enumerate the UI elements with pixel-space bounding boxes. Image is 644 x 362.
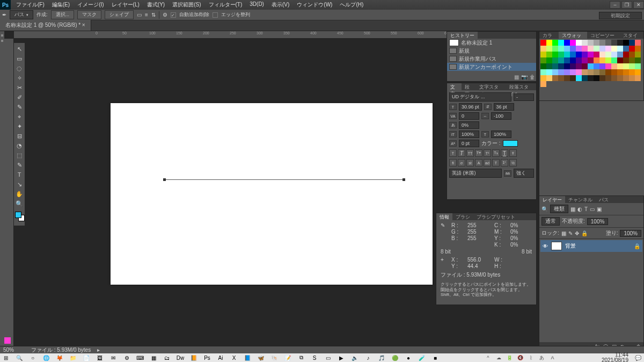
swatch-color[interactable]	[617, 69, 623, 75]
create-document-icon[interactable]: ▦	[514, 74, 519, 80]
swatch-color[interactable]	[582, 57, 588, 63]
smallcaps-button[interactable]: Tᴛ	[475, 149, 482, 157]
swatch-color[interactable]	[546, 40, 552, 46]
taskbar-app[interactable]: 📄	[83, 354, 90, 361]
swatch-color[interactable]	[546, 63, 552, 69]
tracking-input[interactable]: -100	[491, 112, 511, 120]
swatch-color[interactable]	[582, 75, 588, 81]
swatch-color[interactable]	[629, 57, 635, 63]
swatch-color[interactable]	[635, 46, 641, 52]
menu-item[interactable]: ウィンドウ(W)	[294, 0, 335, 10]
swatch-color[interactable]	[599, 75, 605, 81]
taskbar-app[interactable]: ⌨	[136, 354, 144, 361]
panel-tab[interactable]: コピーソース	[587, 32, 620, 39]
opacity-input[interactable]: 100%	[587, 218, 609, 225]
tool-button[interactable]: ✎	[14, 102, 24, 112]
panel-tab[interactable]: ブラシプリセット	[473, 213, 518, 220]
swatch-color[interactable]	[623, 46, 629, 52]
swatch-color[interactable]	[552, 52, 558, 57]
opentype-o[interactable]: σ	[458, 159, 465, 166]
panel-tab[interactable]: レイヤー	[539, 196, 565, 203]
swatch-color[interactable]	[564, 40, 570, 46]
panel-tab[interactable]: パス	[596, 196, 612, 203]
lock-position-icon[interactable]: ✥	[575, 230, 579, 236]
tool-button[interactable]: T	[14, 170, 24, 179]
swatch-color[interactable]	[546, 69, 552, 75]
font-size-input[interactable]: 30.96 pt	[459, 103, 482, 111]
swatch-color[interactable]	[617, 40, 623, 46]
taskbar-app[interactable]: 📁	[69, 354, 77, 361]
swatch-color[interactable]	[635, 52, 641, 57]
anchor-point[interactable]	[163, 178, 166, 181]
clock[interactable]: 11:442021/08/19	[602, 352, 628, 362]
taskbar-app[interactable]: ▦	[150, 354, 157, 361]
layer-row[interactable]: 👁 背景 🔒	[540, 240, 642, 252]
swatch-color[interactable]	[552, 63, 558, 69]
swatch-color[interactable]	[594, 52, 599, 57]
tool-button[interactable]: ⬚	[14, 150, 24, 160]
swatch-color[interactable]	[570, 57, 576, 63]
panel-tab[interactable]: 段落スタイル	[506, 83, 536, 90]
anchor-point[interactable]	[402, 178, 405, 181]
taskbar-app[interactable]: 🔈	[351, 354, 358, 361]
swatch-color[interactable]	[558, 46, 564, 52]
tool-button[interactable]: ✋	[14, 189, 24, 199]
taskbar-app[interactable]: ■	[431, 354, 439, 361]
make-selection-button[interactable]: 選択...	[51, 10, 75, 19]
menu-item[interactable]: 書式(Y)	[144, 0, 168, 10]
swatch-color[interactable]	[594, 63, 599, 69]
tray-icon[interactable]: 🔋	[506, 354, 513, 361]
swatch-color[interactable]	[576, 52, 582, 57]
tool-button[interactable]: ◌	[14, 63, 24, 73]
swatch-color[interactable]	[635, 57, 641, 63]
swatch-color[interactable]	[552, 46, 558, 52]
zoom-input[interactable]: 50%	[3, 347, 25, 353]
swatch-color[interactable]	[582, 63, 588, 69]
swatch-color[interactable]	[594, 69, 599, 75]
taskbar-app[interactable]: ⊞	[2, 354, 10, 361]
history-item[interactable]: 新規アンカーポイント	[447, 63, 536, 71]
swatch-color[interactable]	[540, 57, 546, 63]
allcaps-button[interactable]: TT	[466, 149, 474, 157]
opentype-ad[interactable]: ad	[484, 159, 491, 166]
quick-mask-icon[interactable]	[4, 337, 11, 344]
filter-smart-icon[interactable]: ▣	[597, 206, 602, 212]
taskbar-app[interactable]: 🗂	[163, 354, 171, 361]
swatch-color[interactable]	[582, 52, 588, 57]
swatch-color[interactable]	[540, 40, 546, 46]
path-mode-select[interactable]: パス	[10, 10, 33, 19]
bold-button[interactable]: T	[449, 149, 457, 157]
swatch-color[interactable]	[570, 52, 576, 57]
auto-add-checkbox[interactable]	[171, 12, 176, 18]
tray-icon[interactable]: あ	[538, 354, 545, 361]
swatch-color[interactable]	[594, 46, 599, 52]
layer-name[interactable]: 背景	[565, 242, 576, 250]
swatch-color[interactable]	[588, 75, 594, 81]
path-op-icon[interactable]: ▭	[137, 12, 142, 18]
maximize-button[interactable]: ❐	[621, 1, 632, 9]
swatch-color[interactable]	[629, 40, 635, 46]
swatch-color[interactable]	[635, 69, 641, 75]
taskbar-app[interactable]: ▶	[338, 354, 345, 361]
fill-input[interactable]: 100%	[620, 230, 641, 237]
taskbar-app[interactable]: ⧉	[297, 354, 305, 361]
layer-thumbnail[interactable]	[551, 242, 562, 250]
swatch-color[interactable]	[623, 69, 629, 75]
fg-color[interactable]	[15, 212, 21, 218]
swatch-color[interactable]	[605, 40, 611, 46]
swatch-color[interactable]	[623, 40, 629, 46]
swatch-color[interactable]	[635, 63, 641, 69]
swatch-color[interactable]	[629, 69, 635, 75]
swatch-color[interactable]	[552, 75, 558, 81]
swatch-color[interactable]	[576, 46, 582, 52]
menu-item[interactable]: 選択範囲(S)	[169, 0, 204, 10]
swatch-color[interactable]	[594, 40, 599, 46]
menu-item[interactable]: ファイル(F)	[13, 0, 48, 10]
swatch-color[interactable]	[570, 69, 576, 75]
swatch-color[interactable]	[570, 46, 576, 52]
filter-text-icon[interactable]: T	[584, 206, 588, 212]
swatch-color[interactable]	[635, 40, 641, 46]
strikethrough-button[interactable]: Ŧ	[509, 149, 517, 157]
tray-icon[interactable]: ᚱ	[527, 354, 535, 361]
swatch-color[interactable]	[617, 52, 623, 57]
